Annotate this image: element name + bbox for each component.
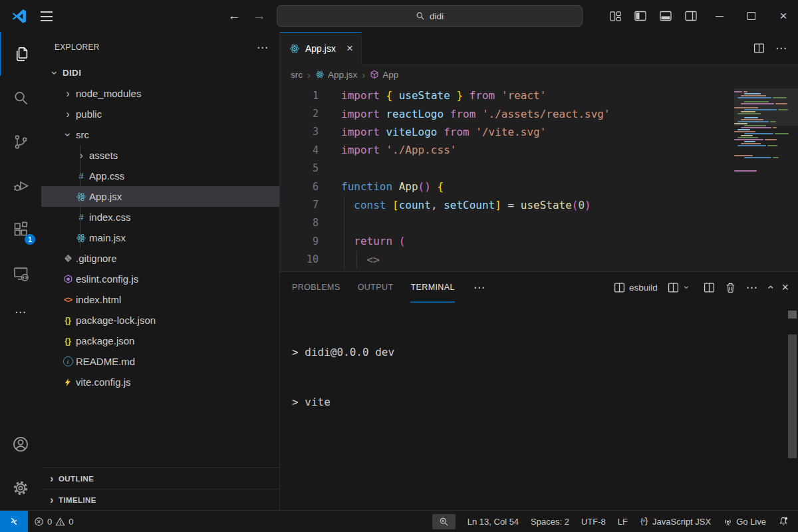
- vite-icon: [61, 378, 74, 387]
- code-line: 4import './App.css': [280, 141, 798, 159]
- timeline-section[interactable]: › TIMELINE: [41, 489, 279, 510]
- tree-item[interactable]: ›src: [41, 124, 279, 145]
- tab-terminal[interactable]: TERMINAL: [410, 272, 454, 303]
- tree-item[interactable]: .gitignore: [41, 248, 279, 269]
- panel-more-icon[interactable]: ⋯: [746, 281, 758, 295]
- tree-item[interactable]: App.jsx: [41, 186, 279, 207]
- tab-output[interactable]: OUTPUT: [358, 272, 394, 303]
- toggle-sidebar-icon[interactable]: [629, 6, 652, 26]
- toggle-secondary-sidebar-icon[interactable]: [680, 6, 702, 26]
- problems-status[interactable]: 0 0: [34, 517, 73, 527]
- code-text: import reactLogo from './assets/react.sv…: [319, 108, 610, 120]
- line-number: 3: [280, 126, 319, 138]
- extensions-icon[interactable]: 1: [0, 207, 41, 251]
- panel-tabs-more-icon[interactable]: ⋯: [473, 281, 485, 295]
- remote-indicator[interactable]: [0, 511, 28, 532]
- tree-item-label: assets: [89, 150, 118, 161]
- split-terminal-icon[interactable]: [704, 282, 715, 293]
- code-text: return (: [319, 235, 405, 247]
- terminal-scrollbar[interactable]: [788, 334, 797, 458]
- line-number: 7: [280, 199, 319, 211]
- maximize-panel-icon[interactable]: ›: [763, 285, 777, 289]
- react-icon: [74, 233, 88, 243]
- tab-close-icon[interactable]: ×: [346, 42, 353, 55]
- breadcrumb-file[interactable]: App.jsx: [315, 70, 357, 80]
- tree-item-label: .gitignore: [76, 253, 117, 264]
- breadcrumb-src[interactable]: src: [291, 70, 303, 80]
- editor-more-icon[interactable]: ⋯: [775, 41, 787, 55]
- settings-gear-icon[interactable]: [0, 466, 41, 510]
- chevron-right-icon: ›: [45, 473, 59, 484]
- tree-item[interactable]: {}package-lock.json: [41, 310, 279, 331]
- line-number: 1: [280, 90, 319, 102]
- tab-problems[interactable]: PROBLEMS: [292, 272, 340, 303]
- customize-layout-icon[interactable]: [604, 6, 626, 26]
- maximize-button[interactable]: [737, 0, 766, 32]
- outline-section[interactable]: › OUTLINE: [41, 467, 279, 489]
- code-text: import { useState } from 'react': [319, 89, 546, 102]
- explorer-more-icon[interactable]: ⋯: [257, 41, 269, 55]
- explorer-sidebar: EXPLORER ⋯ ›DIDI›node_modules›public›src…: [41, 32, 280, 510]
- breadcrumb-symbol[interactable]: App: [370, 70, 398, 80]
- tree-item-label: DIDI: [63, 68, 81, 78]
- tree-indent-guide: [80, 145, 80, 248]
- indent-guide: [344, 251, 344, 269]
- minimap[interactable]: [734, 91, 789, 172]
- tree-item[interactable]: vite.config.js: [41, 372, 279, 392]
- search-icon: [416, 11, 425, 21]
- vscode-logo: [11, 8, 27, 25]
- error-count: 0: [47, 517, 52, 527]
- tree-item-label: README.md: [76, 356, 135, 367]
- tree-item[interactable]: <>index.html: [41, 289, 279, 310]
- code-text: import './App.css': [319, 144, 456, 156]
- tree-item[interactable]: ›node_modules: [41, 83, 279, 104]
- code-editor[interactable]: 1import { useState } from 'react'2import…: [280, 84, 798, 271]
- close-panel-icon[interactable]: ×: [781, 281, 789, 295]
- terminal-scrollbar-top[interactable]: [788, 311, 797, 319]
- terminal-output[interactable]: > didi@0.0.0 dev > vite VITEv6.3.5ready …: [280, 303, 798, 532]
- forward-icon[interactable]: →: [251, 9, 267, 23]
- code-text: <>: [319, 253, 380, 266]
- code-line: 2import reactLogo from './assets/react.s…: [280, 104, 798, 122]
- close-button[interactable]: ×: [769, 0, 798, 32]
- tree-item[interactable]: #index.css: [41, 207, 279, 227]
- tree-item[interactable]: ›public: [41, 104, 279, 124]
- more-views-icon[interactable]: ⋯: [0, 295, 41, 329]
- bottom-panel: PROBLEMS OUTPUT TERMINAL ⋯ esbuild ›: [280, 271, 798, 510]
- code-line: 3import viteLogo from '/vite.svg': [280, 123, 798, 141]
- source-control-icon[interactable]: [0, 120, 41, 164]
- tree-item-label: App.jsx: [89, 191, 122, 202]
- json-icon: {}: [61, 336, 74, 346]
- tree-item-label: vite.config.js: [76, 376, 131, 388]
- tab-label: App.jsx: [305, 43, 336, 54]
- remote-explorer-icon[interactable]: [0, 251, 41, 295]
- launch-profile-icon[interactable]: ›: [668, 282, 694, 293]
- tree-item[interactable]: #App.css: [41, 166, 279, 186]
- search-view-icon[interactable]: [0, 76, 41, 120]
- back-icon[interactable]: ←: [226, 9, 242, 23]
- sidebar-sections: › OUTLINE › TIMELINE: [41, 467, 279, 510]
- chevron-right-icon: ›: [45, 494, 59, 505]
- git-icon: [61, 253, 74, 263]
- tree-item[interactable]: ›assets: [41, 145, 279, 166]
- command-center-search[interactable]: didi: [277, 5, 583, 27]
- titlebar: ← → didi ×: [0, 0, 798, 32]
- kill-terminal-icon[interactable]: [725, 282, 736, 293]
- menu-icon[interactable]: [41, 11, 53, 21]
- panel-header: PROBLEMS OUTPUT TERMINAL ⋯ esbuild ›: [280, 272, 798, 303]
- toggle-panel-icon[interactable]: [654, 6, 677, 26]
- explorer-icon[interactable]: [0, 32, 42, 76]
- terminal-instance[interactable]: esbuild: [614, 282, 658, 293]
- minimize-button[interactable]: [705, 0, 734, 32]
- tree-item[interactable]: iREADME.md: [41, 351, 279, 372]
- tree-item[interactable]: eslint.config.js: [41, 269, 279, 289]
- tree-item[interactable]: ›DIDI: [41, 63, 279, 83]
- run-debug-icon[interactable]: [0, 164, 41, 207]
- chevron-down-icon: ›: [63, 128, 74, 142]
- tree-item[interactable]: main.jsx: [41, 227, 279, 248]
- line-number: 2: [280, 108, 319, 120]
- split-editor-icon[interactable]: [753, 43, 765, 54]
- account-icon[interactable]: [0, 422, 41, 466]
- tab-app-jsx[interactable]: App.jsx ×: [280, 32, 362, 65]
- tree-item[interactable]: {}package.json: [41, 331, 279, 351]
